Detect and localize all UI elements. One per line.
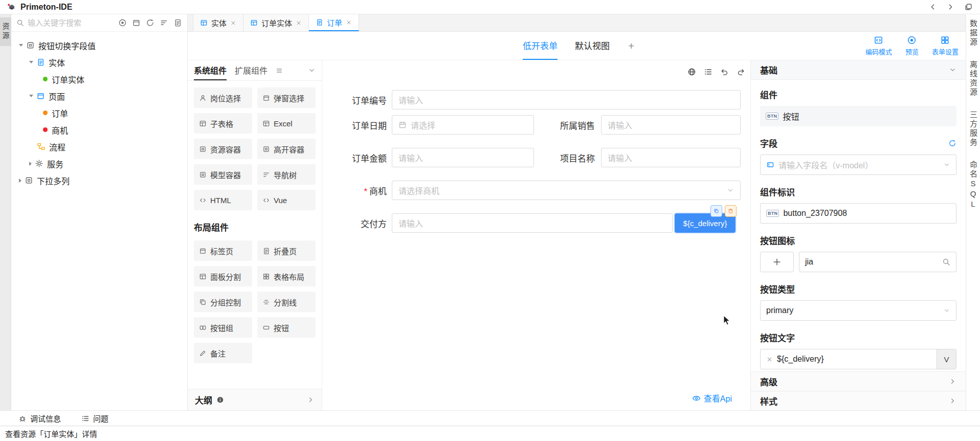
palette-item-table-layout[interactable]: 表格布局: [257, 266, 316, 286]
section-style[interactable]: 样式: [751, 391, 966, 410]
delete-widget-button[interactable]: [725, 205, 737, 217]
tree-item-dropdown-multi[interactable]: 下拉多列: [11, 172, 187, 189]
new-resource-icon[interactable]: [173, 18, 182, 27]
copy-widget-button[interactable]: [710, 205, 722, 217]
palette-item-highcode-container[interactable]: 高开容器: [257, 139, 316, 159]
rail-tab-datasource[interactable]: 数据源: [968, 19, 978, 47]
sales-input[interactable]: 请输入: [601, 115, 741, 135]
palette-item-note[interactable]: 备注: [194, 343, 252, 363]
chevron-right-icon[interactable]: [307, 396, 315, 404]
palette-item-excel[interactable]: Excel: [257, 113, 316, 134]
caret-right-icon[interactable]: [19, 179, 21, 183]
tree-item-root[interactable]: 按钮切换字段值: [11, 37, 187, 54]
caret-right-icon[interactable]: [29, 162, 32, 166]
explorer-search-input[interactable]: [28, 18, 113, 27]
rail-tab-named-sql[interactable]: 命名SQL: [968, 161, 978, 210]
section-advanced[interactable]: 高级: [751, 371, 966, 391]
variable-mode-badge[interactable]: V: [937, 349, 956, 369]
button-text-input[interactable]: ${c_delivery} V: [760, 349, 956, 369]
palette-item-dialog-select[interactable]: 弹窗选择: [257, 87, 316, 108]
palette-item-html[interactable]: HTML: [194, 190, 252, 210]
collapse-all-icon[interactable]: [132, 18, 141, 27]
tree-item-opportunity-page[interactable]: 商机: [11, 121, 187, 138]
palette-item-resource-container[interactable]: 资源容器: [194, 139, 252, 159]
refresh-icon[interactable]: [146, 18, 154, 27]
project-name-input[interactable]: 请输入: [601, 148, 741, 167]
selected-delivery-button[interactable]: ${c_delivery}: [675, 213, 736, 233]
project-icon: [25, 176, 33, 185]
palette-item-button[interactable]: 按钮: [257, 317, 316, 338]
caret-down-icon[interactable]: [29, 61, 33, 63]
i18n-icon[interactable]: [687, 68, 696, 76]
preview-button[interactable]: 预览: [905, 35, 919, 56]
palette-item-subtable[interactable]: 子表格: [194, 113, 252, 134]
doc-tab-entity[interactable]: 实体: [193, 14, 243, 31]
caret-down-icon[interactable]: [29, 95, 33, 97]
code-mode-button[interactable]: 编码模式: [865, 35, 892, 56]
problems-button[interactable]: 问题: [81, 413, 108, 424]
button-type-select[interactable]: primary: [760, 300, 956, 321]
doc-tab-order-entity[interactable]: 订单实体: [243, 14, 309, 31]
undo-icon[interactable]: [720, 68, 729, 76]
back-icon[interactable]: [928, 3, 937, 11]
form-settings-button[interactable]: 表单设置: [932, 35, 959, 56]
icon-name-input[interactable]: jia: [799, 252, 956, 272]
component-id-input[interactable]: BTN button_23707908: [760, 203, 956, 224]
palette-item-model-container[interactable]: 模型容器: [194, 164, 252, 185]
tree-item-services[interactable]: 服务: [11, 155, 187, 172]
palette-item-divider[interactable]: 分割线: [257, 292, 316, 312]
section-basic[interactable]: 基础: [751, 60, 966, 80]
palette-item-panel-split[interactable]: 面板分割: [194, 266, 252, 286]
order-date-picker[interactable]: 请选择: [392, 115, 534, 135]
tree-item-order-entity[interactable]: 订单实体: [11, 71, 187, 87]
palette-item-collapse[interactable]: 折叠页: [257, 240, 316, 261]
view-api-link[interactable]: 查看Api: [692, 392, 732, 404]
rail-tab-resources[interactable]: 资源: [0, 17, 12, 46]
rail-tab-offline-resources[interactable]: 离线资源: [968, 60, 978, 97]
doc-tab-order[interactable]: 订单: [309, 14, 359, 31]
view-tab-default-view[interactable]: 默认视图: [575, 32, 610, 60]
widget-toolbar: [710, 205, 737, 217]
sort-icon[interactable]: [160, 18, 168, 27]
tree-item-flow[interactable]: 流程: [11, 138, 187, 155]
refresh-icon[interactable]: [948, 139, 956, 147]
search-icon[interactable]: [942, 258, 950, 266]
locate-icon[interactable]: [118, 18, 127, 27]
tree-item-order-page[interactable]: 订单: [11, 104, 187, 121]
close-icon[interactable]: [346, 19, 352, 26]
chevron-down-icon: [943, 307, 950, 314]
add-view-button[interactable]: +: [628, 32, 634, 60]
clear-icon[interactable]: [766, 356, 773, 363]
windows-layout-icon[interactable]: [964, 3, 973, 11]
amount-input[interactable]: 请输入: [392, 148, 534, 167]
icon-preview-button[interactable]: [760, 252, 794, 272]
forward-icon[interactable]: [946, 3, 955, 11]
validate-list-icon[interactable]: [704, 68, 712, 76]
chevron-down-icon[interactable]: [308, 67, 316, 74]
tab-system-components[interactable]: 系统组件: [194, 60, 227, 80]
palette-item-position-select[interactable]: 岗位选择: [194, 87, 252, 108]
field-select[interactable]: 请输入字段名（v-model）: [760, 155, 956, 175]
tree-item-entities[interactable]: 实体: [11, 54, 187, 71]
close-icon[interactable]: [296, 20, 302, 26]
menu-icon[interactable]: [276, 67, 283, 74]
rail-tab-third-party-services[interactable]: 三方服务: [968, 111, 978, 147]
group-icon: [199, 298, 207, 306]
order-no-input[interactable]: 请输入: [392, 90, 741, 109]
close-icon[interactable]: [230, 20, 236, 26]
palette-item-button-group[interactable]: 按钮组: [194, 317, 252, 338]
palette-item-group-control[interactable]: 分组控制: [194, 292, 252, 312]
tree-item-pages[interactable]: 页面: [11, 87, 187, 104]
redo-icon[interactable]: [737, 68, 745, 76]
palette-item-nav-tree[interactable]: 导航树: [257, 164, 316, 185]
caret-down-icon[interactable]: [19, 44, 23, 47]
debug-info-button[interactable]: 调试信息: [18, 413, 61, 424]
view-tab-lowcode-form[interactable]: 低开表单: [523, 32, 558, 60]
outline-footer[interactable]: 大纲: [188, 389, 322, 410]
opportunity-select[interactable]: 请选择商机: [392, 181, 741, 200]
tab-extension-components[interactable]: 扩展组件: [235, 60, 268, 80]
delivery-input[interactable]: 请输入: [392, 213, 673, 233]
form-canvas[interactable]: 订单编号 请输入 订单日期 请选择 所属销售: [322, 60, 750, 410]
palette-item-tabs[interactable]: 标签页: [194, 240, 252, 261]
palette-item-vue[interactable]: Vue: [257, 190, 316, 210]
